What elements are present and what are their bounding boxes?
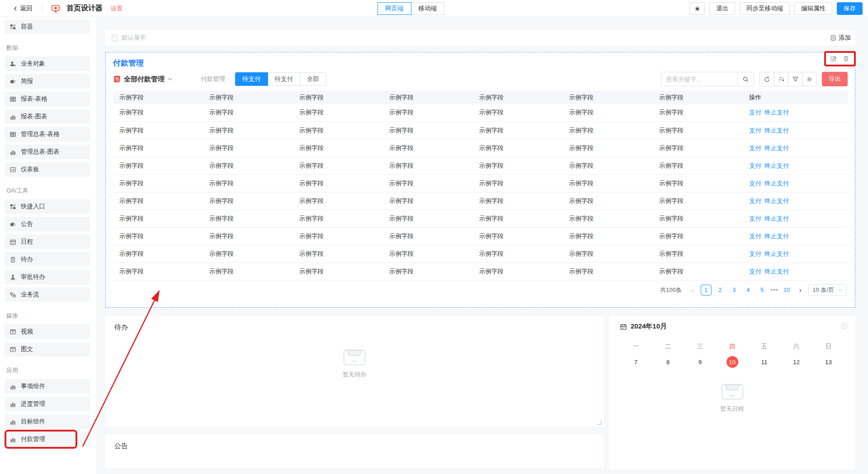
page-ellipsis[interactable]: ••• xyxy=(771,286,778,293)
sidebar-item-报表-表格[interactable]: 报表-表格 xyxy=(5,92,90,106)
table-row[interactable]: 示例字段示例字段示例字段示例字段示例字段示例字段示例字段支付终止支付 xyxy=(113,104,848,122)
page-1[interactable]: 1 xyxy=(701,285,712,296)
edit-properties-button[interactable]: 编辑属性 xyxy=(794,2,832,15)
exit-button[interactable]: 退出 xyxy=(709,2,735,15)
prev-page-button[interactable]: ‹ xyxy=(688,286,698,294)
tab-payment-plain[interactable]: 付款管理 xyxy=(201,75,225,83)
action-支付[interactable]: 支付 xyxy=(749,215,761,222)
column-settings-button[interactable] xyxy=(802,72,816,86)
data-source-dropdown[interactable]: 全部付款管理 xyxy=(113,75,173,84)
sidebar-item-业务流[interactable]: 业务流 xyxy=(5,287,90,302)
date-12[interactable]: 12 xyxy=(780,356,812,368)
table-row[interactable]: 示例字段示例字段示例字段示例字段示例字段示例字段示例字段支付终止支付 xyxy=(113,245,848,263)
date-10[interactable]: 10 xyxy=(716,356,748,368)
sidebar-item-简报[interactable]: 简报 xyxy=(5,74,90,89)
sidebar-item-公告[interactable]: 公告 xyxy=(5,217,90,231)
save-button[interactable]: 保存 xyxy=(837,2,863,15)
date-8[interactable]: 8 xyxy=(652,356,684,368)
table-row[interactable]: 示例字段示例字段示例字段示例字段示例字段示例字段示例字段支付终止支付 xyxy=(113,174,848,192)
sidebar-item-日程[interactable]: 日程 xyxy=(5,235,90,249)
action-终止支付[interactable]: 终止支付 xyxy=(764,268,789,275)
table-row[interactable]: 示例字段示例字段示例字段示例字段示例字段示例字段示例字段支付终止支付 xyxy=(113,263,848,280)
cell-link[interactable]: 示例字段 xyxy=(203,227,293,245)
settings-link[interactable]: 设置 xyxy=(111,5,123,13)
action-终止支付[interactable]: 终止支付 xyxy=(764,127,789,134)
table-row[interactable]: 示例字段示例字段示例字段示例字段示例字段示例字段示例字段支付终止支付 xyxy=(113,192,848,210)
filter-tab-0[interactable]: 待支付 xyxy=(235,72,268,86)
export-button[interactable]: 导出 xyxy=(822,72,848,86)
date-7[interactable]: 7 xyxy=(620,356,652,368)
action-终止支付[interactable]: 终止支付 xyxy=(764,250,789,257)
cell-link[interactable]: 示例字段 xyxy=(203,210,293,227)
date-9[interactable]: 9 xyxy=(684,356,716,368)
cell-link[interactable]: 示例字段 xyxy=(203,104,293,122)
action-支付[interactable]: 支付 xyxy=(749,268,761,275)
page-size-select[interactable]: 10 条/页 xyxy=(808,284,847,296)
filter-tab-2[interactable]: 全部 xyxy=(300,72,326,86)
refresh-button[interactable] xyxy=(760,72,774,86)
edit-widget-icon[interactable] xyxy=(830,55,837,62)
sidebar-item-审批待办[interactable]: 审批待办 xyxy=(5,270,90,284)
date-11[interactable]: 11 xyxy=(748,356,780,368)
next-page-button[interactable]: › xyxy=(795,286,805,294)
payment-widget[interactable]: 付款管理 全部付款管理 付款管理 待支付待支付全部 xyxy=(105,52,855,308)
cell-link[interactable]: 示例字段 xyxy=(203,245,293,263)
action-支付[interactable]: 支付 xyxy=(749,127,761,134)
calendar-panel[interactable]: 2024年10月 一二三四五六日 78910111213 暂无日程 xyxy=(609,316,855,469)
add-widget-button[interactable]: 添加 xyxy=(830,34,851,42)
sync-mobile-button[interactable]: 同步至移动端 xyxy=(740,2,790,15)
action-终止支付[interactable]: 终止支付 xyxy=(764,180,789,187)
filter-tab-1[interactable]: 待支付 xyxy=(268,72,301,86)
action-支付[interactable]: 支付 xyxy=(749,233,761,239)
table-row[interactable]: 示例字段示例字段示例字段示例字段示例字段示例字段示例字段支付终止支付 xyxy=(113,210,848,227)
sidebar-item-图文[interactable]: 图文 xyxy=(5,342,90,357)
todo-panel[interactable]: 待办 暂无待办 xyxy=(105,316,604,427)
cell-link[interactable]: 示例字段 xyxy=(203,192,293,210)
action-终止支付[interactable]: 终止支付 xyxy=(764,233,789,239)
notice-panel[interactable]: 公告 xyxy=(105,435,604,468)
add-schedule-button[interactable] xyxy=(840,321,849,330)
action-支付[interactable]: 支付 xyxy=(749,162,761,169)
cell-link[interactable]: 示例字段 xyxy=(203,139,293,157)
action-支付[interactable]: 支付 xyxy=(749,180,761,187)
search-button[interactable] xyxy=(737,72,754,86)
sidebar-item-快捷入口[interactable]: 快捷入口 xyxy=(5,199,90,214)
action-支付[interactable]: 支付 xyxy=(749,197,761,204)
date-13[interactable]: 13 xyxy=(812,356,844,368)
page-10[interactable]: 10 xyxy=(781,285,792,296)
theme-bulb-button[interactable] xyxy=(689,2,705,15)
action-终止支付[interactable]: 终止支付 xyxy=(764,145,789,151)
sidebar-item-容器[interactable]: 容器 xyxy=(5,19,90,34)
default-expand-checkbox[interactable] xyxy=(112,35,118,41)
action-支付[interactable]: 支付 xyxy=(749,145,761,151)
sidebar-item-待办[interactable]: 待办 xyxy=(5,252,90,267)
action-终止支付[interactable]: 终止支付 xyxy=(764,215,789,222)
sidebar-item-目标组件[interactable]: 目标组件 xyxy=(5,414,90,429)
sidebar-item-事项组件[interactable]: 事项组件 xyxy=(5,379,90,394)
sidebar-item-仪表板[interactable]: 仪表板 xyxy=(5,162,90,177)
back-button[interactable]: 返回 xyxy=(13,5,33,13)
action-终止支付[interactable]: 终止支付 xyxy=(764,109,789,116)
table-row[interactable]: 示例字段示例字段示例字段示例字段示例字段示例字段示例字段支付终止支付 xyxy=(113,139,848,157)
page-2[interactable]: 2 xyxy=(715,285,726,296)
action-终止支付[interactable]: 终止支付 xyxy=(764,197,789,204)
action-支付[interactable]: 支付 xyxy=(749,250,761,257)
sidebar-item-业务对象[interactable]: 业务对象 xyxy=(5,56,90,71)
table-row[interactable]: 示例字段示例字段示例字段示例字段示例字段示例字段示例字段支付终止支付 xyxy=(113,227,848,245)
page-3[interactable]: 3 xyxy=(729,285,740,296)
resize-handle[interactable] xyxy=(597,420,602,425)
sidebar-item-管理总表-表格[interactable]: 管理总表-表格 xyxy=(5,127,90,141)
page-5[interactable]: 5 xyxy=(757,285,768,296)
tab-mobile[interactable]: 移动端 xyxy=(411,2,445,15)
sidebar-item-管理总表-图表[interactable]: 管理总表-图表 xyxy=(5,145,90,159)
filter-button[interactable] xyxy=(788,72,802,86)
action-支付[interactable]: 支付 xyxy=(749,109,761,116)
sidebar-item-进度管理[interactable]: 进度管理 xyxy=(5,397,90,411)
delete-widget-icon[interactable] xyxy=(843,55,850,62)
cell-link[interactable]: 示例字段 xyxy=(203,263,293,280)
default-expand-option[interactable]: 默认展开 xyxy=(112,34,146,42)
page-4[interactable]: 4 xyxy=(743,285,754,296)
cell-link[interactable]: 示例字段 xyxy=(203,122,293,139)
cell-link[interactable]: 示例字段 xyxy=(203,174,293,192)
table-row[interactable]: 示例字段示例字段示例字段示例字段示例字段示例字段示例字段支付终止支付 xyxy=(113,122,848,139)
